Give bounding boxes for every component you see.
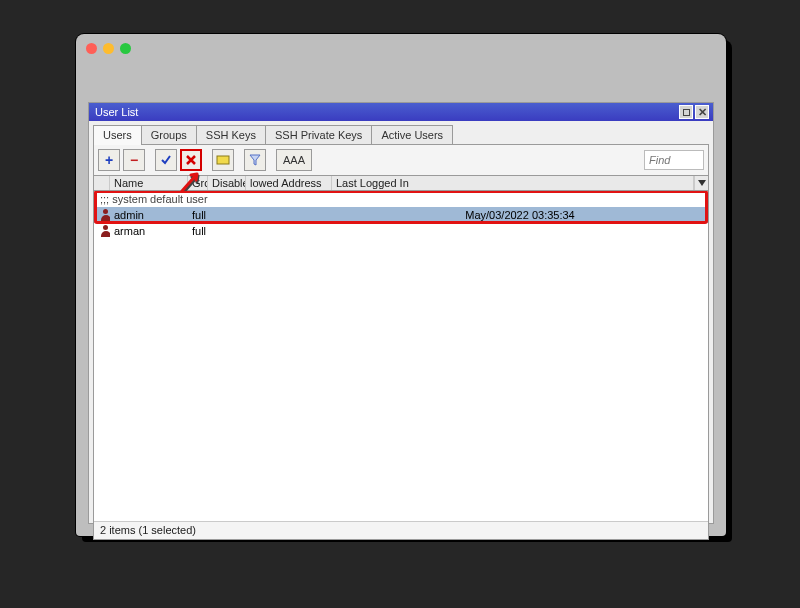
cell-name: admin <box>110 209 188 221</box>
table-row[interactable]: arman full <box>94 223 708 239</box>
application-window: User List ✕ Users Groups SSH Keys SSH Pr… <box>76 34 726 536</box>
comment-button[interactable] <box>212 149 234 171</box>
user-icon <box>101 225 110 237</box>
svg-rect-0 <box>217 156 229 164</box>
panel: + − AAA <box>93 144 709 540</box>
cell-group: full <box>188 209 246 221</box>
comment-row: ;;; system default user <box>94 191 708 207</box>
col-group[interactable]: Grc <box>188 176 208 190</box>
window-titlebar: User List ✕ <box>89 103 713 121</box>
tab-groups[interactable]: Groups <box>141 125 197 144</box>
plus-icon: + <box>105 152 113 168</box>
column-headers: Name Grc Disable lowed Address Last Logg… <box>94 175 708 191</box>
window-close-button[interactable]: ✕ <box>695 105 709 119</box>
funnel-icon <box>249 154 261 166</box>
tab-ssh-private-keys[interactable]: SSH Private Keys <box>265 125 372 144</box>
traffic-light-close[interactable] <box>86 43 97 54</box>
tab-bar: Users Groups SSH Keys SSH Private Keys A… <box>89 121 713 144</box>
window-restore-button[interactable] <box>679 105 693 119</box>
traffic-light-zoom[interactable] <box>120 43 131 54</box>
find-box <box>644 150 704 170</box>
status-bar: 2 items (1 selected) <box>94 521 708 539</box>
comment-text: ;;; system default user <box>94 193 212 205</box>
add-button[interactable]: + <box>98 149 120 171</box>
tab-active-users[interactable]: Active Users <box>371 125 453 144</box>
col-disable[interactable]: Disable <box>208 176 246 190</box>
col-name[interactable]: Name <box>110 176 188 190</box>
find-input[interactable] <box>644 150 704 170</box>
col-last-logged[interactable]: Last Logged In <box>332 176 694 190</box>
enable-button[interactable] <box>155 149 177 171</box>
cell-last-logged: May/03/2022 03:35:34 <box>332 209 708 221</box>
x-icon <box>185 154 197 166</box>
note-icon <box>216 154 230 166</box>
disable-button[interactable] <box>180 149 202 171</box>
traffic-light-minimize[interactable] <box>103 43 114 54</box>
user-list-window: User List ✕ Users Groups SSH Keys SSH Pr… <box>88 102 714 524</box>
col-flag[interactable] <box>94 176 110 190</box>
toolbar: + − AAA <box>94 145 708 175</box>
tab-ssh-keys[interactable]: SSH Keys <box>196 125 266 144</box>
table-row[interactable]: admin full May/03/2022 03:35:34 <box>94 207 708 223</box>
chevron-down-icon <box>698 180 706 186</box>
user-icon <box>101 209 110 221</box>
column-menu-button[interactable] <box>694 176 708 190</box>
col-allowed-address[interactable]: lowed Address <box>246 176 332 190</box>
mac-titlebar <box>76 34 726 62</box>
aaa-button[interactable]: AAA <box>276 149 312 171</box>
filter-button[interactable] <box>244 149 266 171</box>
cell-name: arman <box>110 225 188 237</box>
remove-button[interactable]: − <box>123 149 145 171</box>
window-title: User List <box>95 106 138 118</box>
check-icon <box>160 154 172 166</box>
tab-users[interactable]: Users <box>93 125 142 145</box>
rows: ;;; system default user admin full May/0… <box>94 191 708 521</box>
cell-group: full <box>188 225 246 237</box>
minus-icon: − <box>130 152 138 168</box>
